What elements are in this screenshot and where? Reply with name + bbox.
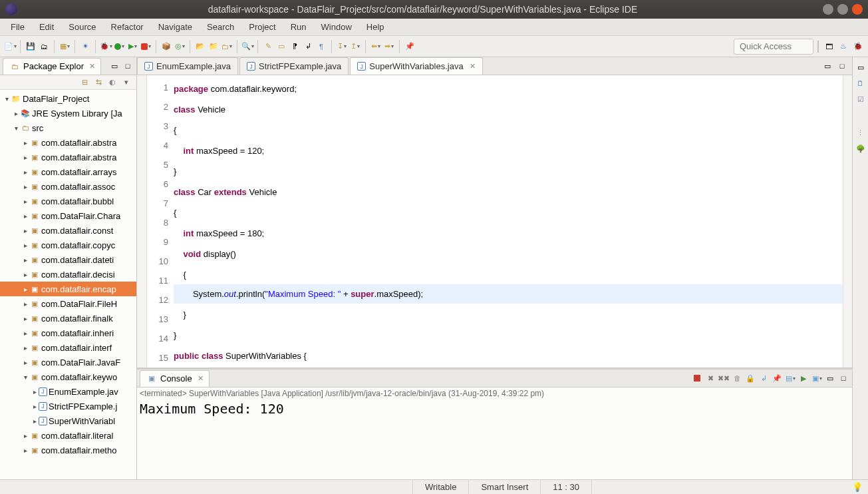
run-icon[interactable] — [113, 41, 125, 53]
close-tab-icon[interactable]: ✕ — [470, 62, 476, 71]
display-console-icon[interactable]: ▤ — [784, 372, 796, 384]
tree-item[interactable]: ▸▣com.dataflair.assoc — [0, 179, 136, 194]
save-icon[interactable]: 💾 — [25, 41, 37, 53]
debug-icon[interactable]: 🐞 — [100, 41, 112, 53]
restore-icon[interactable]: ▭ — [855, 61, 867, 73]
debug-perspective-icon[interactable]: 🐞 — [852, 41, 864, 53]
prev-annotation-icon[interactable]: ↥ — [349, 41, 361, 53]
toggle-word-wrap-icon[interactable]: ↲ — [302, 41, 314, 53]
scroll-lock-icon[interactable]: 🔒 — [744, 372, 756, 384]
focus-task-icon[interactable]: ◐ — [106, 77, 118, 89]
open-task-icon[interactable]: 📁 — [208, 41, 219, 53]
editor-tab-0[interactable]: JEnumExample.java — [137, 57, 238, 75]
open-console-icon[interactable]: ▣ — [811, 372, 823, 384]
coverage-icon[interactable]: ▶ — [126, 41, 138, 53]
type-hierarchy-icon[interactable]: 🌳 — [855, 142, 867, 154]
menu-help[interactable]: Help — [360, 20, 391, 34]
tree-item[interactable]: ▸▣com.dataflair.encap — [0, 282, 136, 296]
annotation-ruler[interactable] — [137, 75, 147, 368]
open-perspective-icon[interactable]: 🗔 — [823, 41, 835, 53]
console-minimize-icon[interactable]: ▭ — [824, 372, 836, 384]
new-type-icon[interactable]: ◎ — [174, 41, 186, 53]
tree-item[interactable]: ▸▣com.DataFlair.FileH — [0, 296, 136, 311]
tree-item[interactable]: ▸JStrictFPExample.j — [0, 399, 136, 413]
clear-console-icon[interactable]: 🗑 — [731, 372, 743, 384]
skip-breakpoints-icon[interactable]: ✴ — [79, 41, 91, 53]
tree-item[interactable]: ▸▣com.dataflair.copyc — [0, 238, 136, 252]
tree-item[interactable]: ▸▣com.DataFlair.Chara — [0, 208, 136, 223]
tree-item[interactable]: ▸JEnumExample.jav — [0, 384, 136, 399]
editor-tab-2[interactable]: JSuperWithVariables.java✕ — [350, 57, 482, 75]
outline-view-icon[interactable]: ⋮ — [855, 126, 867, 138]
tree-item[interactable]: ▸▣com.dataflair.metho — [0, 443, 136, 457]
remove-all-icon[interactable]: ✖✖ — [718, 372, 730, 384]
console-output[interactable]: Maximum Speed: 120 — [137, 399, 852, 479]
editor-maximize-icon[interactable]: □ — [836, 60, 848, 72]
package-tree[interactable]: ▾📁DataFlair_Project▸📚JRE System Library … — [0, 90, 136, 479]
menu-file[interactable]: File — [4, 20, 31, 34]
toggle-mark-icon[interactable]: ✎ — [262, 41, 274, 53]
console-tab[interactable]: ▣ Console ✕ — [140, 370, 210, 387]
new-icon[interactable]: 📄 — [4, 41, 16, 53]
save-all-icon[interactable]: 🗂 — [38, 41, 50, 53]
tip-icon[interactable]: 💡 — [852, 482, 868, 492]
show-console-on-out-icon[interactable]: ▶ — [797, 372, 809, 384]
close-console-icon[interactable]: ✕ — [198, 374, 204, 383]
menu-refactor[interactable]: Refactor — [104, 20, 150, 34]
editor-tab-1[interactable]: JStrictFPExample.java — [239, 57, 349, 75]
tree-item[interactable]: ▸▣com.dataflair.const — [0, 223, 136, 238]
menu-project[interactable]: Project — [242, 20, 282, 34]
tree-item[interactable]: ▸▣com.dataflair.decisi — [0, 267, 136, 282]
editor-minimize-icon[interactable]: ▭ — [821, 60, 833, 72]
tree-item[interactable]: ▸JSuperWithVariabl — [0, 413, 136, 428]
word-wrap-icon[interactable]: ↲ — [758, 372, 770, 384]
close-view-icon[interactable]: ✕ — [89, 62, 95, 71]
forward-icon[interactable]: ➡ — [383, 41, 395, 53]
overview-ruler[interactable] — [843, 75, 852, 368]
code-area[interactable]: package com.dataflair.keyword; class Veh… — [174, 75, 843, 368]
menu-search[interactable]: Search — [200, 20, 241, 34]
show-whitespace-icon[interactable]: ⁋ — [289, 41, 301, 53]
tree-item[interactable]: ▸▣com.dataflair.bubbl — [0, 194, 136, 208]
java-perspective-icon[interactable]: ♨ — [837, 41, 849, 53]
tree-item[interactable]: ▸📚JRE System Library [Ja — [0, 106, 136, 121]
tree-item[interactable]: ▾📁DataFlair_Project — [0, 91, 136, 106]
remove-launch-icon[interactable]: ✖ — [704, 372, 716, 384]
tree-item[interactable]: ▸▣com.dataflair.literal — [0, 428, 136, 443]
tree-item[interactable]: ▸▣com.dataflair.dateti — [0, 252, 136, 267]
ext-tools-icon[interactable] — [140, 41, 152, 53]
tree-item[interactable]: ▾🗀src — [0, 121, 136, 135]
tree-item[interactable]: ▸▣com.dataflair.inheri — [0, 326, 136, 340]
tree-item[interactable]: ▸▣com.dataflair.arrays — [0, 164, 136, 179]
tree-item[interactable]: ▸▣com.dataflair.interf — [0, 340, 136, 355]
new-package-icon[interactable]: 📦 — [160, 41, 172, 53]
terminate-icon[interactable] — [691, 372, 703, 384]
minimize-button[interactable] — [823, 4, 833, 15]
collapse-all-icon[interactable]: ⊟ — [78, 77, 90, 89]
tasks-icon[interactable]: ☑ — [855, 93, 867, 105]
menu-window[interactable]: Window — [315, 20, 359, 34]
tree-item[interactable]: ▸▣com.dataflair.abstra — [0, 135, 136, 150]
tree-item[interactable]: ▾▣com.dataflair.keywo — [0, 370, 136, 384]
outline-icon[interactable]: 🗒 — [855, 77, 867, 89]
package-explorer-tab[interactable]: 🗀 Package Explor ✕ — [3, 58, 101, 75]
menu-source[interactable]: Source — [62, 20, 102, 34]
maximize-button[interactable] — [837, 4, 848, 15]
menu-navigate[interactable]: Navigate — [152, 20, 199, 34]
console-maximize-icon[interactable]: □ — [837, 372, 849, 384]
pin-editor-icon[interactable]: 📌 — [404, 41, 416, 53]
run-last-icon[interactable]: 🗀 — [221, 41, 233, 53]
next-annotation-icon[interactable]: ↧ — [336, 41, 348, 53]
link-editor-icon[interactable]: ⇆ — [92, 77, 104, 89]
view-menu-icon[interactable]: ▾ — [120, 77, 132, 89]
view-maximize-icon[interactable]: □ — [122, 60, 134, 72]
pin-console-icon[interactable]: 📌 — [771, 372, 783, 384]
open-type-icon[interactable]: 📂 — [194, 41, 206, 53]
quick-access-input[interactable] — [734, 39, 813, 55]
tree-item[interactable]: ▸▣com.dataflair.abstra — [0, 150, 136, 164]
toggle-block-icon[interactable]: ▭ — [275, 41, 287, 53]
search-icon[interactable]: 🔍 — [241, 41, 253, 53]
menu-run[interactable]: Run — [284, 20, 313, 34]
toggle-breadcrumb-icon[interactable]: ▦ — [59, 41, 71, 53]
tree-item[interactable]: ▸▣com.DataFlair.JavaF — [0, 355, 136, 370]
